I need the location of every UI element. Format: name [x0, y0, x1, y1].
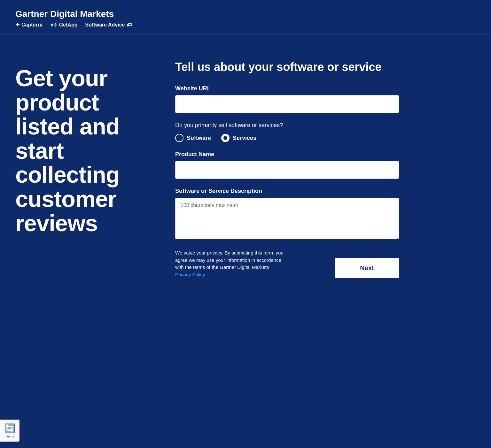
privacy-policy-link[interactable]: Privacy Policy. — [175, 272, 206, 277]
right-column: Tell us about your software or service W… — [175, 60, 399, 278]
header: Gartner Digital Markets ✈ Capterra ⟡⟡ Ge… — [0, 0, 491, 34]
radio-software-button[interactable] — [175, 134, 183, 142]
software-advice-icon: 🏷 — [127, 22, 132, 28]
form-title: Tell us about your software or service — [175, 60, 399, 74]
sell-question: Do you primarily sell software or servic… — [175, 122, 399, 129]
product-name-input[interactable] — [175, 161, 399, 179]
captcha-widget: 🔄 - Terms — [0, 420, 19, 442]
radio-option-services[interactable]: Services — [221, 134, 256, 142]
sell-type-group: Do you primarily sell software or servic… — [175, 122, 399, 142]
description-label: Software or Service Description — [175, 188, 399, 194]
radio-services-label: Services — [233, 135, 256, 141]
captcha-icon: 🔄 — [4, 423, 15, 434]
hero-heading: Get your product listed and start collec… — [15, 66, 150, 235]
product-name-label: Product Name — [175, 151, 399, 158]
getapp-label: GetApp — [59, 22, 78, 28]
radio-group: Software Services — [175, 134, 399, 142]
description-group: Software or Service Description — [175, 188, 399, 240]
website-url-input[interactable] — [175, 95, 399, 113]
website-url-label: Website URL — [175, 85, 399, 92]
website-url-group: Website URL — [175, 85, 399, 113]
brand-software-advice: Software Advice 🏷 — [85, 22, 132, 28]
privacy-text: We value your privacy. By submitting thi… — [175, 249, 284, 278]
radio-option-software[interactable]: Software — [175, 134, 211, 142]
radio-software-label: Software — [187, 135, 211, 141]
header-brands: ✈ Capterra ⟡⟡ GetApp Software Advice 🏷 — [15, 22, 476, 28]
header-title: Gartner Digital Markets — [15, 9, 476, 19]
capterra-icon: ✈ — [15, 22, 19, 28]
getapp-icon: ⟡⟡ — [50, 22, 57, 28]
privacy-body-text: We value your privacy. By submitting thi… — [175, 250, 284, 270]
next-button[interactable]: Next — [335, 258, 399, 278]
radio-services-button[interactable] — [221, 134, 230, 142]
description-textarea[interactable] — [175, 198, 399, 239]
brand-capterra: ✈ Capterra — [15, 22, 43, 28]
capterra-label: Capterra — [21, 22, 43, 28]
brand-getapp: ⟡⟡ GetApp — [50, 22, 78, 28]
captcha-terms: - Terms — [5, 435, 15, 438]
product-name-group: Product Name — [175, 151, 399, 179]
software-advice-label: Software Advice — [85, 22, 125, 28]
main-container: Get your product listed and start collec… — [0, 34, 491, 297]
left-column: Get your product listed and start collec… — [15, 60, 150, 278]
form-footer: We value your privacy. By submitting thi… — [175, 249, 399, 278]
